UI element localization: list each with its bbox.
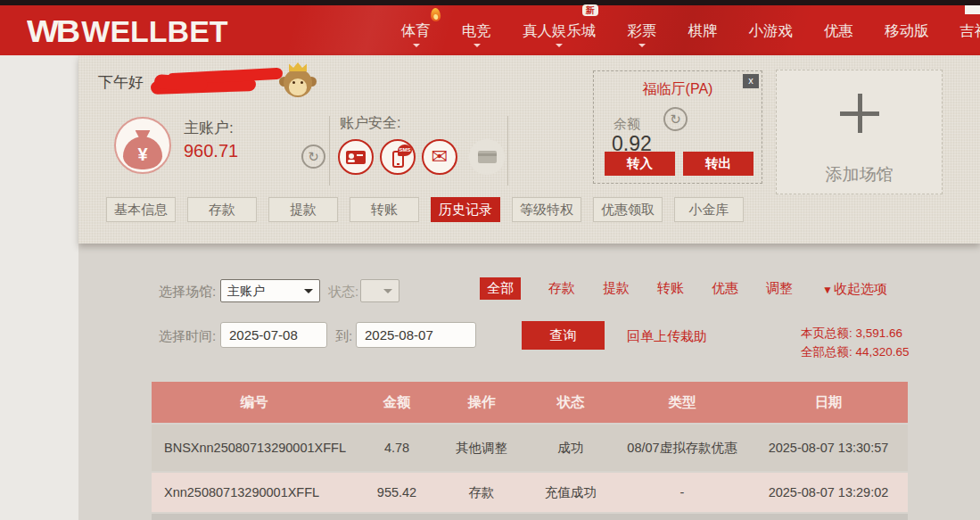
id-card-icon[interactable] [338,139,374,175]
all-total-label: 全部总额: [801,345,852,359]
add-venue-button[interactable]: 添加场馆 [776,70,943,194]
type-tab-adjust[interactable]: 调整 [766,280,793,297]
account-security-label: 账户安全: [340,114,400,133]
tab-vault[interactable]: 小金库 [674,197,744,222]
history-table: 编号 金额 操作 状态 类型 日期 BNSXnn25080713290001XF… [152,382,908,520]
main-account-label: 主账户: [184,118,234,138]
type-tab-promo[interactable]: 优惠 [712,280,738,297]
greeting-text: 下午好 [98,72,144,93]
to-label: 到: [335,328,352,345]
nav-item-promotions[interactable]: 优惠 [824,20,853,41]
totals-block: 本页总额: 3,591.66 全部总额: 44,320.65 [801,324,910,361]
sms-badge: SMS [398,144,412,156]
table-row: BNSXnn25080713290001XFFL 4.78 其他调整 成功 08… [152,425,908,471]
nav-item-minigames[interactable]: 小游戏 [749,20,794,41]
cell-status: 充值成功 [526,484,615,501]
nav-item-lottery[interactable]: 彩票 [628,20,657,41]
left-gutter [0,55,78,520]
divider [507,116,508,186]
tab-history[interactable]: 历史记录 [431,197,500,222]
bank-card-icon[interactable] [469,139,505,175]
chevron-down-icon [383,289,392,298]
type-tab-withdraw[interactable]: 提款 [603,280,630,297]
cell-amount: 955.42 [357,485,437,499]
table-row: Xnn25080713290001XFFL 955.42 存款 充值成功 - 2… [152,473,908,512]
tab-deposit[interactable]: 存款 [187,197,257,222]
venue-refresh-icon[interactable]: ↻ [663,107,688,131]
col-header-id: 编号 [152,393,357,412]
wellbet-logo[interactable]: WB WELLBET [27,12,228,51]
date-to-input[interactable]: 2025-08-07 [356,322,476,348]
cell-id: BNSXnn25080713290001XFFL [152,441,357,455]
money-bag-icon: ¥ [123,136,162,169]
monkey-avatar [281,66,315,98]
cell-id: Xnn25080713290001XFFL [152,485,357,499]
status-select[interactable] [360,279,399,302]
cell-amount: 4.78 [357,441,437,455]
cell-operation: 存款 [437,484,526,501]
tab-withdraw[interactable]: 提款 [268,197,338,222]
tab-promo-claim[interactable]: 优惠领取 [593,197,663,222]
nav-item-mobile[interactable]: 移动版 [885,20,929,41]
type-tab-all[interactable]: 全部 [480,277,521,300]
all-total-value: 44,320.65 [856,345,910,359]
tab-vip[interactable]: 等级特权 [512,197,581,222]
cell-status: 成功 [526,440,615,457]
time-select-label: 选择时间: [159,328,216,345]
account-tabs: 基本信息 存款 提款 转账 历史记录 等级特权 优惠领取 小金库 [106,197,744,222]
col-header-amount: 金额 [357,393,437,412]
logo-mark: WB [27,14,78,50]
phone-sms-icon[interactable]: SMS [380,139,416,175]
nav-item-sports[interactable]: 体育 [401,20,431,41]
venue-widget: x 福临厅(PA) 余额 ↻ 0.92 转入 转出 [593,70,762,184]
tab-transfer[interactable]: 转账 [350,197,419,222]
fire-icon [430,7,441,21]
main-account-balance: 960.71 [184,141,238,161]
cell-type: - [615,485,749,499]
transfer-in-button[interactable]: 转入 [605,152,675,176]
email-icon[interactable] [422,139,457,175]
col-header-operation: 操作 [437,393,526,412]
account-panel: 下午好 ¥ 主账户: 960.71 ↻ 账户安全: SMS [78,55,980,243]
main-navbar: WB WELLBET 体育 电竞 真人娱乐城 新 彩票 棋牌 小游戏 [0,5,980,55]
type-filter-tabs: 全部 存款 提款 转账 优惠 调整 [480,277,793,300]
collapse-options-link[interactable]: ▼收起选项 [822,281,887,298]
greeting-row: 下午好 [98,66,315,98]
nav-item-jixiang[interactable]: 吉祥的 [960,20,980,41]
page-total-label: 本页总额: [801,326,852,340]
nav-item-chess[interactable]: 棋牌 [688,20,718,41]
col-header-type: 类型 [615,393,749,412]
page-total-value: 3,591.66 [856,326,903,340]
receipt-upload-link[interactable]: 回单上传栽助 [627,328,707,345]
security-icons-row: SMS [338,139,505,175]
redacted-username [151,68,293,96]
col-header-date: 日期 [749,393,908,412]
main-account-icon: ¥ [114,117,171,174]
wellbet-page: WB WELLBET 体育 电竞 真人娱乐城 新 彩票 棋牌 小游戏 [0,0,980,520]
nav-item-esports[interactable]: 电竞 [462,20,491,41]
divider [329,116,330,186]
status-select-label: 状态: [328,284,358,301]
plus-icon [840,94,879,133]
type-tab-transfer[interactable]: 转账 [657,280,684,297]
nav-item-live-casino[interactable]: 真人娱乐城 新 [523,20,597,41]
venue-title: 福临厅(PA) [594,80,762,99]
cell-type: 08/07虚拟存款优惠 [615,440,749,457]
type-tab-deposit[interactable]: 存款 [548,280,575,297]
refresh-balance-icon[interactable]: ↻ [301,144,325,169]
new-badge: 新 [582,4,598,16]
search-button[interactable]: 查询 [522,321,605,350]
add-venue-label: 添加场馆 [777,163,942,186]
col-header-status: 状态 [526,393,615,412]
crown-icon [289,62,307,71]
triangle-down-icon: ▼ [822,284,833,296]
venue-balance-label: 余额 [614,116,640,133]
date-from-input[interactable]: 2025-07-08 [220,322,327,348]
venue-select-label: 选择场馆: [159,284,216,301]
cell-date: 2025-08-07 13:29:02 [749,485,908,499]
cell-operation: 其他调整 [437,440,526,457]
table-row-partial [152,514,908,520]
transfer-out-button[interactable]: 转出 [683,152,754,176]
venue-select[interactable]: 主账户 [220,279,320,302]
tab-basic-info[interactable]: 基本信息 [106,197,176,222]
